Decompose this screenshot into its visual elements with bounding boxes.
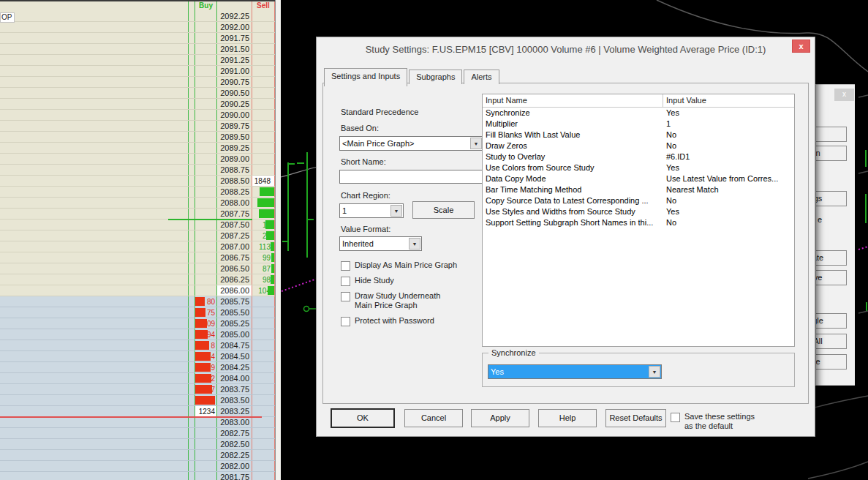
sell-quantity-cell[interactable]: [252, 143, 275, 153]
sell-quantity-cell[interactable]: [252, 88, 275, 98]
scale-button[interactable]: Scale: [412, 201, 475, 219]
sell-quantity-cell[interactable]: 1848: [252, 176, 275, 186]
sell-quantity-cell[interactable]: [252, 99, 275, 109]
buy-quantity-cell[interactable]: [195, 209, 217, 219]
buy-quantity-cell[interactable]: 9: [195, 362, 217, 372]
checkbox-draw-study-underneath[interactable]: Draw Study Underneath Main Price Graph: [341, 291, 440, 310]
buy-quantity-cell[interactable]: 6: [195, 395, 217, 405]
buy-quantity-cell[interactable]: [195, 110, 217, 120]
sell-quantity-cell[interactable]: 99: [252, 252, 275, 263]
checkbox-icon[interactable]: [341, 277, 350, 286]
clipped-button-gs[interactable]: gs: [815, 191, 847, 206]
buy-quantity-cell[interactable]: [195, 263, 217, 274]
checkbox-icon[interactable]: [671, 413, 680, 422]
input-table-row[interactable]: Multiplier1: [483, 119, 794, 130]
sell-quantity-cell[interactable]: [252, 132, 275, 142]
buy-quantity-cell[interactable]: [195, 439, 217, 449]
buy-quantity-cell[interactable]: 94: [195, 329, 217, 340]
buy-quantity-cell[interactable]: 2: [195, 373, 217, 383]
sell-quantity-cell[interactable]: [252, 318, 275, 329]
buy-quantity-cell[interactable]: 4: [195, 351, 217, 361]
sell-quantity-cell[interactable]: [252, 406, 275, 416]
input-table-row[interactable]: Support Setting Subgraph Short Names in …: [483, 217, 794, 228]
value-format-dropdown[interactable]: Inherited ▼: [339, 236, 422, 251]
buy-quantity-cell[interactable]: [195, 252, 217, 263]
clipped-button-e[interactable]: e: [815, 354, 847, 370]
buy-quantity-cell[interactable]: [195, 472, 217, 480]
sell-quantity-cell[interactable]: [252, 472, 275, 480]
sell-quantity-cell[interactable]: 113: [252, 241, 275, 252]
buy-quantity-cell[interactable]: [195, 176, 217, 186]
sell-quantity-cell[interactable]: [252, 121, 275, 131]
clipped-button-ve[interactable]: ve: [815, 270, 847, 285]
sell-quantity-cell[interactable]: [252, 450, 275, 460]
sell-quantity-cell[interactable]: 18: [252, 220, 275, 230]
chevron-down-icon[interactable]: ▼: [470, 138, 482, 149]
checkbox-display-as-main-price-graph[interactable]: Display As Main Price Graph: [341, 260, 457, 271]
clipped-button-blank[interactable]: [815, 127, 847, 142]
checkbox-icon[interactable]: [341, 261, 350, 271]
sell-quantity-cell[interactable]: [252, 55, 275, 65]
input-table-row[interactable]: SynchronizeYes: [483, 108, 794, 119]
based-on-dropdown[interactable]: <Main Price Graph> ▼: [339, 136, 483, 151]
buy-quantity-cell[interactable]: 75: [195, 307, 217, 318]
buy-quantity-cell[interactable]: [195, 66, 217, 76]
input-value-column-header[interactable]: Input Value: [663, 94, 794, 107]
buy-quantity-cell[interactable]: [195, 11, 217, 21]
buy-quantity-cell[interactable]: 09: [195, 318, 217, 329]
checkbox-hide-study[interactable]: Hide Study: [341, 276, 394, 286]
sell-quantity-cell[interactable]: [252, 11, 275, 21]
sell-quantity-cell[interactable]: [252, 296, 275, 307]
apply-button[interactable]: Apply: [471, 409, 529, 427]
buy-quantity-cell[interactable]: 1234: [195, 406, 217, 416]
sell-quantity-cell[interactable]: [252, 44, 275, 54]
checkbox-icon[interactable]: [341, 292, 350, 301]
sell-quantity-cell[interactable]: [252, 395, 275, 405]
clipped-button-ate[interactable]: ate: [815, 250, 847, 266]
sell-quantity-cell[interactable]: [252, 439, 275, 449]
buy-quantity-cell[interactable]: [195, 285, 217, 296]
close-button[interactable]: x: [792, 40, 810, 53]
buy-quantity-cell[interactable]: [195, 187, 217, 197]
sell-quantity-cell[interactable]: 104: [252, 285, 275, 296]
buy-quantity-cell[interactable]: 8: [195, 340, 217, 350]
sell-quantity-cell[interactable]: [252, 77, 275, 87]
buy-quantity-cell[interactable]: [195, 143, 217, 153]
buy-quantity-cell[interactable]: [195, 154, 217, 164]
input-table-row[interactable]: Fill Blanks With Last ValueNo: [483, 130, 794, 140]
ok-button[interactable]: OK: [331, 409, 394, 427]
sell-quantity-cell[interactable]: [252, 22, 275, 32]
sell-quantity-cell[interactable]: [252, 461, 275, 471]
save-default-checkbox[interactable]: Save these settings as the default: [671, 412, 755, 431]
reset-defaults-button[interactable]: Reset Defaults: [605, 409, 666, 427]
buy-quantity-cell[interactable]: 7: [195, 384, 217, 394]
chart-region-dropdown[interactable]: 1 ▼: [339, 203, 404, 218]
help-button[interactable]: Help: [538, 409, 597, 427]
buy-quantity-cell[interactable]: [195, 44, 217, 54]
buy-quantity-cell[interactable]: [195, 55, 217, 65]
input-table-row[interactable]: Use Styles and Widths from Source StudyY…: [483, 206, 794, 217]
cancel-button[interactable]: Cancel: [404, 409, 463, 427]
sell-quantity-cell[interactable]: [252, 428, 275, 438]
sell-quantity-cell[interactable]: [252, 329, 275, 340]
tab-alerts[interactable]: Alerts: [464, 70, 499, 84]
clipped-button-e[interactable]: e: [818, 215, 822, 224]
sell-quantity-cell[interactable]: 3: [252, 209, 275, 219]
sell-quantity-cell[interactable]: [252, 165, 275, 175]
buy-quantity-cell[interactable]: 80: [195, 296, 217, 307]
buy-quantity-cell[interactable]: [195, 99, 217, 109]
buy-quantity-cell[interactable]: [195, 230, 217, 241]
sell-quantity-cell[interactable]: [252, 362, 275, 372]
buy-quantity-cell[interactable]: [195, 198, 217, 208]
sell-quantity-cell[interactable]: [252, 417, 275, 427]
sell-quantity-cell[interactable]: [252, 373, 275, 383]
sell-quantity-cell[interactable]: 3: [252, 198, 275, 208]
buy-quantity-cell[interactable]: [195, 461, 217, 471]
sell-quantity-cell[interactable]: 2: [252, 187, 275, 197]
buy-quantity-cell[interactable]: [195, 428, 217, 438]
buy-quantity-cell[interactable]: [195, 274, 217, 285]
input-table-row[interactable]: Bar Time Matching MethodNearest Match: [483, 184, 794, 195]
checkbox-protect-with-password[interactable]: Protect with Password: [341, 316, 434, 326]
sell-quantity-cell[interactable]: [252, 66, 275, 76]
buy-quantity-cell[interactable]: [195, 132, 217, 142]
